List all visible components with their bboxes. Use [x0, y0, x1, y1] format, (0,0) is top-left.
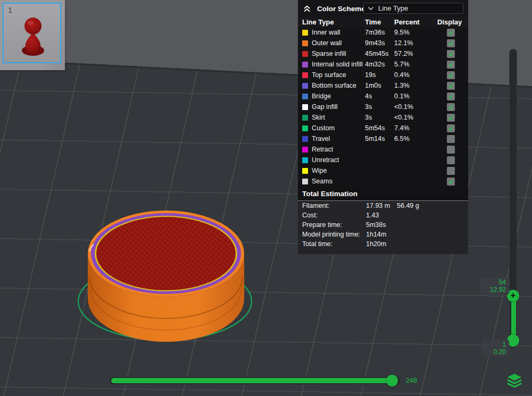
line-type-row[interactable]: Gap infill 3s <0.1% — [298, 102, 468, 112]
line-type-row[interactable]: Skirt 3s <0.1% — [298, 112, 468, 123]
checkmark-icon — [448, 94, 454, 99]
estimation-label: Total time: — [302, 240, 366, 248]
panel-title: Color Scheme — [317, 5, 365, 13]
line-type-percent: <0.1% — [394, 103, 437, 111]
line-type-time: 45m45s — [365, 50, 394, 57]
color-scheme-dropdown[interactable]: Line Type — [363, 3, 463, 14]
line-type-color-swatch — [302, 104, 308, 110]
line-type-time: 3s — [365, 103, 394, 111]
panel-header: Color Scheme Line Type — [298, 0, 468, 17]
display-checkbox[interactable] — [447, 156, 455, 164]
line-type-label: Seams — [312, 178, 332, 185]
line-type-label: Gap infill — [312, 103, 338, 111]
display-checkbox[interactable] — [447, 124, 455, 132]
line-type-color-swatch — [302, 72, 308, 78]
display-checkbox[interactable] — [447, 114, 455, 122]
line-type-percent: 5.7% — [394, 61, 437, 68]
line-type-color-swatch — [302, 62, 308, 68]
line-type-row[interactable]: Travel 5m14s 6.5% — [298, 133, 468, 144]
display-checkbox[interactable] — [447, 29, 455, 37]
estimation-label: Cost: — [302, 212, 366, 219]
line-type-row[interactable]: Retract — [298, 144, 468, 155]
line-type-color-swatch — [302, 51, 308, 57]
checkmark-icon — [448, 104, 454, 110]
line-type-color-swatch — [302, 115, 308, 121]
line-type-color-swatch — [302, 94, 308, 99]
col-display: Display — [437, 18, 464, 26]
col-line-type: Line Type — [302, 18, 365, 26]
checkmark-icon — [448, 83, 454, 89]
model-preview-pawn — [14, 11, 52, 59]
checkmark-icon — [448, 62, 454, 68]
line-type-color-swatch — [302, 136, 308, 142]
step-slider-value: 248 — [403, 375, 420, 386]
estimation-row: Filament: 17.93 m 56.49 g — [298, 201, 468, 210]
step-slider-handle[interactable] — [386, 375, 398, 386]
display-checkbox[interactable] — [447, 178, 455, 186]
line-type-label: Skirt — [312, 114, 325, 121]
line-type-time: 1m0s — [365, 82, 394, 89]
total-estimation-table: Filament: 17.93 m 56.49 g Cost: 1.43 Pre… — [298, 201, 468, 254]
col-percent: Percent — [394, 18, 437, 26]
line-type-color-swatch — [302, 168, 308, 174]
line-type-row[interactable]: Custom 5m54s 7.4% — [298, 123, 468, 133]
display-checkbox[interactable] — [447, 61, 455, 69]
col-time: Time — [365, 18, 394, 26]
estimation-label: Filament: — [302, 202, 366, 209]
line-type-color-swatch — [302, 83, 308, 89]
layers-icon[interactable] — [507, 374, 522, 388]
line-type-percent: 12.1% — [394, 39, 437, 47]
display-checkbox[interactable] — [447, 50, 455, 58]
line-type-row[interactable]: Top surface 19s 0.4% — [298, 70, 468, 80]
line-type-row[interactable]: Wipe — [298, 165, 468, 176]
display-checkbox[interactable] — [447, 103, 455, 111]
plate-thumbnail-card[interactable]: 1 — [0, 0, 65, 70]
estimation-label: Prepare time: — [302, 221, 366, 229]
line-type-label: Inner wall — [312, 29, 340, 36]
line-type-time: 4s — [365, 92, 394, 100]
display-checkbox[interactable] — [447, 167, 455, 175]
line-type-color-swatch — [302, 30, 308, 36]
line-type-percent: 6.5% — [394, 135, 437, 142]
display-checkbox[interactable] — [447, 146, 455, 154]
estimation-value-1: 17.93 m — [366, 202, 397, 209]
line-type-color-swatch — [302, 179, 308, 184]
estimation-value-1: 5m38s — [366, 221, 397, 229]
line-type-row[interactable]: Inner wall 7m36s 9.5% — [298, 27, 468, 38]
line-type-label: Retract — [312, 146, 333, 153]
checkmark-icon — [448, 40, 454, 46]
line-type-label: Bridge — [312, 92, 331, 100]
line-type-row[interactable]: Outer wall 9m43s 12.1% — [298, 38, 468, 48]
line-type-percent: 0.4% — [394, 71, 437, 79]
line-type-label: Sparse infill — [312, 50, 346, 57]
line-type-percent: 0.1% — [394, 92, 437, 100]
table-column-headers: Line Type Time Percent Display — [298, 17, 468, 27]
step-slider-fill — [111, 378, 392, 383]
display-checkbox[interactable] — [447, 92, 455, 100]
display-checkbox[interactable] — [447, 82, 455, 90]
display-checkbox[interactable] — [447, 71, 455, 79]
line-type-label: Unretract — [312, 156, 339, 164]
line-type-row[interactable]: Sparse infill 45m45s 57.2% — [298, 48, 468, 59]
collapse-panel-button[interactable] — [303, 5, 311, 12]
line-type-time: 7m36s — [365, 29, 394, 36]
line-type-time: 5m14s — [365, 135, 394, 142]
checkmark-icon — [448, 125, 454, 131]
line-type-row[interactable]: Bridge 4s 0.1% — [298, 91, 468, 102]
upper-layer-number: 54 — [483, 279, 506, 286]
line-type-row[interactable]: Seams — [298, 176, 468, 187]
upper-layer-height: 12.92 — [483, 286, 506, 293]
display-checkbox[interactable] — [447, 135, 455, 143]
line-type-percent: 1.3% — [394, 82, 437, 89]
plate-number: 1 — [8, 6, 12, 14]
line-type-row[interactable]: Unretract — [298, 155, 468, 165]
line-type-row[interactable]: Bottom surface 1m0s 1.3% — [298, 80, 468, 91]
display-checkbox[interactable] — [447, 39, 455, 47]
line-type-time: 19s — [365, 71, 394, 79]
estimation-value-1: 1.43 — [366, 212, 397, 219]
checkmark-icon — [448, 115, 454, 121]
line-type-label: Internal solid infill — [312, 61, 363, 68]
upper-layer-tooltip: 54 12.92 — [479, 277, 509, 294]
line-type-row[interactable]: Internal solid infill 4m32s 5.7% — [298, 59, 468, 70]
checkmark-icon — [448, 30, 454, 36]
